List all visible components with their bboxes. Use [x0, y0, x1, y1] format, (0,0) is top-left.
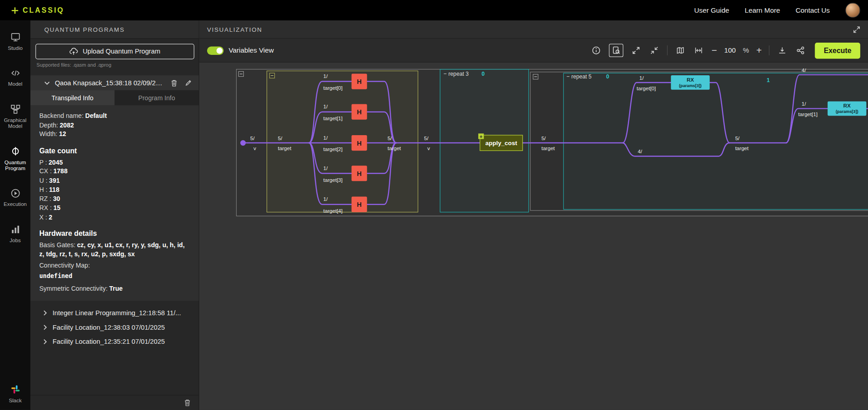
zoom-in-button[interactable]: +: [756, 46, 762, 55]
gate-label: H: [357, 140, 362, 147]
rx-gate[interactable]: RX (params[3]): [671, 75, 709, 90]
gate-label: RX: [844, 102, 851, 108]
quantum-programs-panel: QUANTUM PROGRAMS Upload Quantum Program …: [30, 20, 199, 410]
circuit-svg: − repeat 3 0 − repeat 5: [199, 63, 868, 410]
program-item-collapsed[interactable]: Facility Location_12:38:03 07/01/2025: [30, 320, 199, 335]
gate-label: H: [357, 108, 362, 116]
collapse-box[interactable]: [238, 72, 243, 77]
width-line: Width:12: [39, 130, 190, 139]
classiq-logo[interactable]: CLASSIQ: [11, 6, 64, 14]
gate-value: 2045: [48, 159, 63, 166]
minimap-button[interactable]: [675, 45, 686, 56]
variables-view-toggle[interactable]: [207, 46, 224, 54]
user-avatar[interactable]: [845, 3, 860, 18]
register-label: target[0]: [323, 85, 343, 91]
visualization-header: VISUALIZATION: [199, 20, 868, 39]
fullscreen-button[interactable]: [851, 24, 861, 34]
register-label: v: [253, 145, 256, 151]
rail-item-execution[interactable]: Execution: [0, 188, 30, 207]
register-label: target: [541, 145, 555, 151]
upload-quantum-program-button[interactable]: Upload Quantum Program: [35, 44, 194, 59]
gate-label: H: [357, 170, 362, 177]
program-item-expanded[interactable]: Qaoa Knapsack_15:38:18 02/09/2026: [30, 75, 199, 90]
gate-params: (params[3]): [836, 109, 858, 114]
h-gate[interactable]: H: [352, 73, 367, 89]
gate-label: H: [357, 201, 362, 208]
rail-item-slack[interactable]: Slack: [0, 384, 30, 403]
supported-files-note: Supported files: .qasm and .qprog: [37, 62, 199, 68]
info-icon: [592, 46, 601, 55]
collapse-box[interactable]: [270, 73, 275, 78]
cloud-upload-icon: [69, 48, 78, 55]
rail-item-jobs[interactable]: Jobs: [0, 224, 30, 243]
symmetric-connectivity-label: Symmetric Connectivity:: [39, 285, 108, 292]
register-label: target[1]: [798, 111, 818, 117]
gate-value: 1788: [53, 168, 68, 175]
link-user-guide[interactable]: User Guide: [694, 6, 729, 14]
collapse-glyph[interactable]: −: [566, 73, 569, 80]
register-label: target: [735, 145, 749, 151]
code-preview-button[interactable]: [609, 44, 624, 57]
tab-program-info[interactable]: Program Info: [115, 90, 199, 105]
h-gate[interactable]: H: [352, 166, 367, 181]
gate-label: H: [357, 78, 362, 85]
rail-item-studio[interactable]: Studio: [0, 32, 30, 51]
expand-all-button[interactable]: [630, 45, 641, 56]
rail-item-graphical-model[interactable]: Graphical Model: [0, 103, 30, 129]
tab-transpiled-info[interactable]: Transpiled Info: [30, 90, 115, 105]
rail-item-quantum-program[interactable]: Quantum Program: [0, 146, 30, 171]
gate-count-row: U :391: [39, 176, 190, 185]
h-gate[interactable]: H: [352, 135, 367, 151]
gate-count-row: P :2045: [39, 157, 190, 166]
hardware-details-heading: Hardware details: [39, 229, 190, 238]
rail-label: Quantum Program: [0, 159, 30, 171]
collapse-box[interactable]: [533, 74, 538, 79]
info-button[interactable]: [591, 45, 601, 56]
fit-width-button[interactable]: [693, 45, 704, 56]
gate-label: RX :: [39, 205, 52, 211]
delete-program-button[interactable]: [169, 78, 179, 88]
link-contact-us[interactable]: Contact Us: [795, 6, 830, 14]
bus-label: 1/: [323, 165, 328, 171]
rail-label: Execution: [4, 201, 27, 207]
trash-icon: [170, 79, 178, 87]
apply-cost-gate[interactable]: + apply_cost: [478, 133, 523, 151]
hadamard-layer-container[interactable]: [267, 71, 418, 212]
collapse-all-button[interactable]: [649, 45, 660, 56]
repeat5-iteration-index: 1: [767, 77, 770, 83]
download-button[interactable]: [777, 45, 788, 56]
share-button[interactable]: [795, 45, 806, 56]
logo-text: CLASSIQ: [23, 6, 64, 14]
width-value: 12: [59, 131, 66, 137]
play-circle-icon: [10, 188, 20, 199]
nav-rail: Studio Model Graphical Model Quantum: [0, 20, 30, 410]
zoom-out-button[interactable]: −: [712, 46, 717, 55]
bus-label: 5/: [541, 135, 546, 141]
gate-count-row: CX :1788: [39, 167, 190, 176]
program-item-collapsed[interactable]: Facility Location_12:35:21 07/01/2025: [30, 335, 199, 349]
repeat5-container[interactable]: − repeat 5 0: [563, 73, 868, 209]
execute-button[interactable]: Execute: [815, 42, 860, 58]
share-icon: [796, 46, 805, 55]
upload-button-label: Upload Quantum Program: [83, 48, 160, 55]
gate-count-heading: Gate count: [39, 146, 190, 155]
rx-gate[interactable]: RX (params[3]): [828, 101, 866, 116]
rail-item-model[interactable]: Model: [0, 68, 30, 87]
expand-diagonal-icon: [853, 26, 860, 33]
collapse-glyph[interactable]: −: [443, 71, 446, 77]
h-gate[interactable]: H: [352, 197, 367, 212]
delete-all-button[interactable]: [182, 398, 192, 408]
program-item-collapsed[interactable]: Integer Linear Programming_12:18:58 11/.…: [30, 306, 199, 320]
h-gate[interactable]: H: [352, 104, 367, 120]
zoom-level-value[interactable]: 100: [724, 47, 736, 54]
toggle-knob: [217, 47, 223, 53]
gate-label: P :: [39, 159, 47, 166]
register-label: target: [278, 145, 291, 151]
link-learn-more[interactable]: Learn More: [745, 6, 780, 14]
circuit-canvas[interactable]: − repeat 3 0 − repeat 5: [199, 63, 868, 410]
backend-label: Backend name:: [39, 112, 84, 119]
bus-label: 5/: [735, 135, 740, 141]
register-label: target[2]: [323, 146, 343, 152]
depth-value: 2082: [60, 122, 74, 128]
rename-program-button[interactable]: [183, 78, 193, 88]
